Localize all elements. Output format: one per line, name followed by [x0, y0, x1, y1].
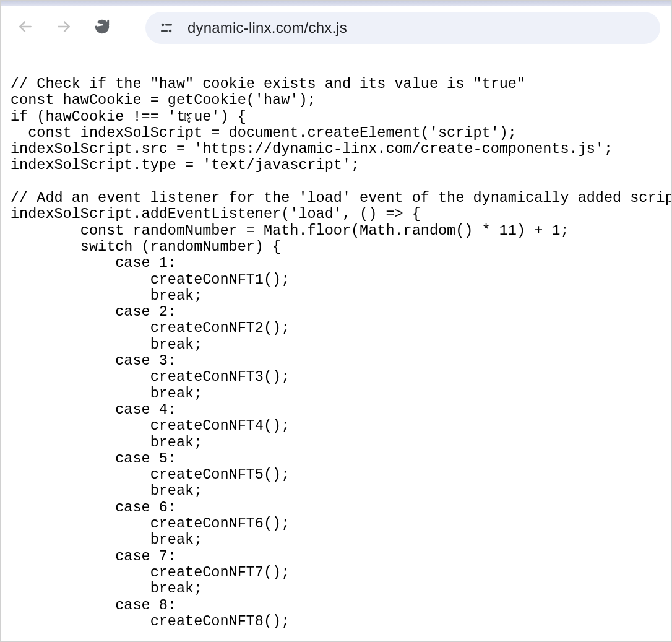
back-button[interactable] — [12, 14, 39, 41]
reload-icon — [94, 19, 110, 37]
tab-strip — [1, 1, 671, 6]
svg-rect-3 — [165, 24, 172, 25]
forward-button[interactable] — [50, 14, 77, 41]
svg-point-4 — [169, 29, 172, 32]
svg-point-2 — [162, 23, 165, 26]
browser-toolbar: dynamic-linx.com/chx.js — [1, 6, 671, 50]
arrow-right-icon — [56, 19, 72, 37]
reload-button[interactable] — [88, 14, 116, 41]
address-bar[interactable]: dynamic-linx.com/chx.js — [145, 12, 660, 44]
url-text: dynamic-linx.com/chx.js — [187, 19, 347, 37]
site-info-icon[interactable] — [159, 20, 174, 35]
svg-rect-5 — [161, 30, 168, 32]
arrow-left-icon — [17, 19, 33, 37]
source-code-view: // Check if the "haw" cookie exists and … — [1, 50, 671, 640]
